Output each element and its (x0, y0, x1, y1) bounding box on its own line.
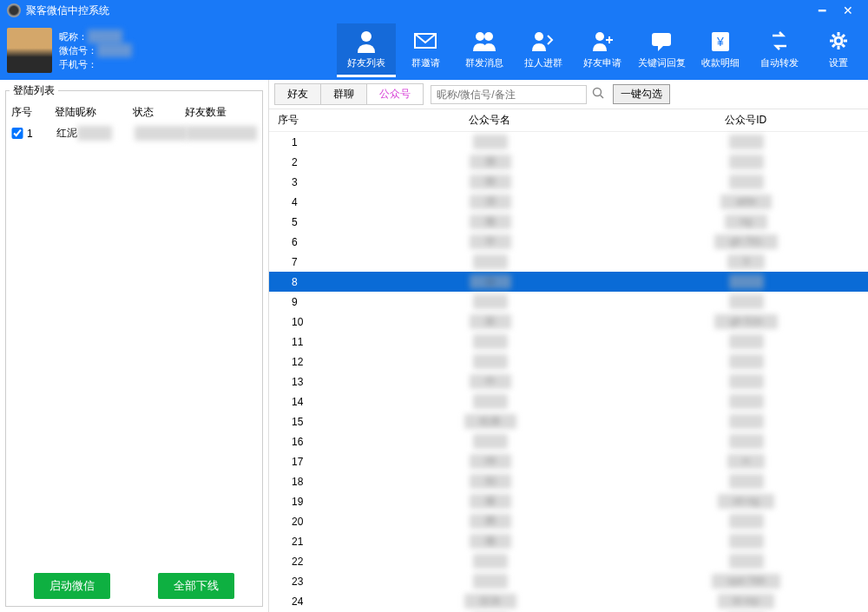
cell-name: 自 (356, 274, 624, 289)
cell-seq: 11 (269, 336, 356, 348)
cell-name: 新 (356, 314, 624, 329)
cell-name: 朋 (356, 155, 624, 169)
search-input[interactable] (431, 85, 587, 104)
nav-auto-forward[interactable]: 自动转发 (750, 23, 809, 77)
tab-group[interactable]: 群聊 (320, 83, 366, 105)
cell-seq: 14 (269, 396, 356, 408)
table-row[interactable]: 23 spd 788 (269, 571, 868, 591)
wechat-value (97, 43, 132, 57)
table-row[interactable]: 12 (269, 352, 868, 372)
cell-seq: 7 (269, 256, 356, 268)
all-offline-button[interactable]: 全部下线 (158, 573, 234, 599)
table-row[interactable]: 11 (269, 332, 868, 352)
table-row[interactable]: 4漂 attle (269, 192, 868, 212)
login-friends (187, 126, 257, 141)
cell-id (624, 414, 868, 429)
titlebar: 聚客微信中控系统 ━ ✕ (0, 0, 868, 21)
table-row[interactable]: 17绅 n (269, 451, 868, 471)
table-row[interactable]: 19爆 sh ng (269, 491, 868, 511)
tab-friends[interactable]: 好友 (274, 83, 320, 105)
cell-id (624, 294, 868, 309)
table-row[interactable]: 5微 ng (269, 212, 868, 232)
cell-id (624, 534, 868, 549)
table-row[interactable]: 13中 (269, 372, 868, 392)
cell-name: 爆 (356, 494, 624, 509)
avatar (7, 28, 52, 73)
table-row[interactable]: 1 (269, 132, 868, 152)
table-row[interactable]: 14 (269, 392, 868, 411)
wechat-label: 微信号： (59, 43, 97, 57)
close-button[interactable]: ✕ (835, 3, 861, 17)
cell-seq: 17 (269, 456, 356, 468)
sidebar: 登陆列表 序号 登陆昵称 状态 好友数量 1 红泥 启动微信 全部下线 (0, 80, 269, 612)
table-row[interactable]: 16 (269, 431, 868, 451)
svg-point-0 (361, 31, 372, 42)
user-info: 昵称： 微信号： 手机号： (59, 30, 132, 71)
table-row[interactable]: 18别 (269, 471, 868, 491)
cell-seq: 2 (269, 156, 356, 168)
nav-payment-detail[interactable]: ¥ 收款明细 (691, 23, 750, 77)
table-row[interactable]: 21微 (269, 531, 868, 551)
table-header: 序号 公众号名 公众号ID (269, 109, 868, 132)
cell-id (624, 274, 868, 289)
header: 昵称： 微信号： 手机号： 好友列表 群邀请 群发消息 拉人进群 好友申请 关键… (0, 21, 868, 80)
table-row[interactable]: 7 3 (269, 252, 868, 272)
col-status: 状态 (133, 105, 185, 120)
table-row[interactable]: 9 (269, 292, 868, 312)
cell-name: 松果 (356, 414, 624, 429)
friends-icon (352, 29, 380, 53)
svg-point-10 (594, 89, 602, 96)
search-icon[interactable] (592, 87, 604, 102)
svg-point-2 (476, 32, 484, 41)
cell-name: 绅 (356, 454, 624, 469)
app-title: 聚客微信中控系统 (26, 3, 109, 18)
table-row[interactable]: 8自 (269, 272, 868, 292)
cell-id: sh ng (624, 494, 868, 509)
nav-keyword-reply[interactable]: 关键词回复 (632, 23, 691, 77)
cell-id (624, 394, 868, 409)
table-row[interactable]: 3骑 (269, 172, 868, 192)
cell-name (356, 135, 624, 149)
cell-name: 中 (356, 374, 624, 389)
svg-point-5 (595, 32, 604, 41)
start-wechat-button[interactable]: 启动微信 (34, 573, 110, 599)
public-table: 序号 公众号名 公众号ID 1 2朋 3骑 4漂 attle 5微 ng 6学 … (269, 109, 868, 612)
nav-pull-group[interactable]: 拉人进群 (514, 23, 573, 77)
table-row[interactable]: 6学 gh 781 (269, 232, 868, 252)
main-content: 好友 群聊 公众号 一键勾选 序号 公众号名 公众号ID 1 2朋 3骑 4漂 … (269, 80, 868, 612)
cell-seq: 1 (269, 136, 356, 148)
minimize-button[interactable]: ━ (809, 3, 835, 17)
cell-id: n (624, 454, 868, 469)
login-row-checkbox[interactable] (11, 128, 23, 139)
cell-name: 漂 (356, 194, 624, 209)
cell-id (624, 554, 868, 569)
tab-public[interactable]: 公众号 (366, 83, 424, 105)
cell-id (624, 174, 868, 189)
login-row[interactable]: 1 红泥 (10, 123, 259, 143)
cell-id (624, 334, 868, 349)
nickname-label: 昵称： (59, 30, 88, 43)
nav-settings[interactable]: 设置 (809, 23, 868, 77)
table-row[interactable]: 24区块 bl mp (269, 591, 868, 611)
table-row[interactable]: 10新 gh 51b (269, 312, 868, 332)
select-all-button[interactable]: 一键勾选 (613, 84, 670, 104)
table-row[interactable]: 15松果 (269, 411, 868, 431)
svg-point-9 (835, 37, 842, 44)
cell-id: gh 51b (624, 314, 868, 329)
group-message-icon (470, 29, 498, 53)
nav-friends-list[interactable]: 好友列表 (337, 23, 396, 77)
cell-seq: 12 (269, 356, 356, 368)
svg-point-4 (535, 32, 543, 41)
cell-seq: 8 (269, 276, 356, 288)
table-row[interactable]: 20腾 (269, 511, 868, 531)
forward-icon (766, 29, 793, 53)
nav-group-message[interactable]: 群发消息 (455, 23, 514, 77)
table-row[interactable]: 2朋 (269, 152, 868, 172)
cell-id: bl mp (624, 594, 868, 609)
cell-name: 别 (356, 474, 624, 489)
cell-name: 学 (356, 234, 624, 249)
table-row[interactable]: 22 (269, 551, 868, 571)
nav-group-invite[interactable]: 群邀请 (396, 23, 455, 77)
cell-id (624, 374, 868, 389)
nav-friend-request[interactable]: 好友申请 (573, 23, 632, 77)
